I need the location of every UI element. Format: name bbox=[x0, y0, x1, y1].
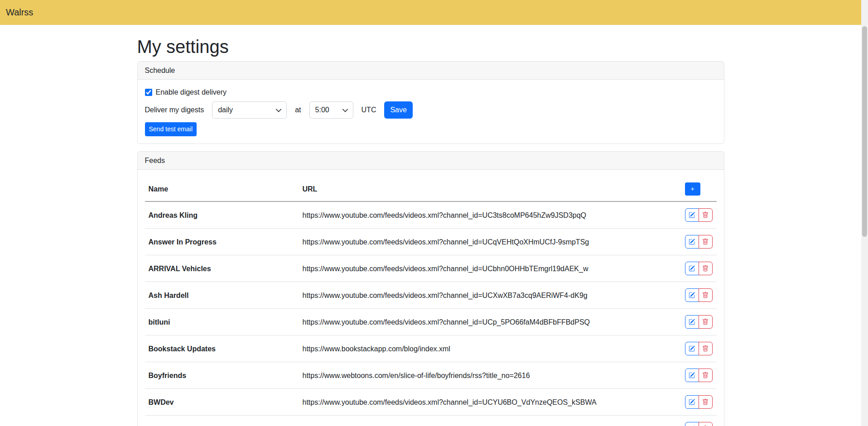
schedule-card: Schedule Enable digest delivery Deliver … bbox=[137, 61, 724, 144]
feed-actions-group bbox=[685, 262, 713, 275]
time-select[interactable]: 5:00 bbox=[309, 101, 353, 119]
edit-feed-button[interactable] bbox=[685, 288, 699, 302]
pencil-square-icon bbox=[689, 212, 695, 218]
frequency-select[interactable]: daily bbox=[212, 101, 287, 119]
feed-actions bbox=[681, 416, 717, 426]
feed-url: https://www.youtube.com/feeds/videos.xml… bbox=[299, 309, 681, 335]
timezone-label: UTC bbox=[362, 106, 376, 114]
edit-feed-button[interactable] bbox=[685, 262, 699, 275]
feed-actions-group bbox=[685, 422, 713, 426]
add-feed-button[interactable]: + bbox=[685, 182, 700, 196]
navbar-brand[interactable]: Walrss bbox=[6, 7, 33, 18]
table-header-row: Name URL + bbox=[145, 177, 717, 201]
send-test-email-button[interactable]: Send test email bbox=[145, 122, 197, 136]
edit-feed-button[interactable] bbox=[685, 342, 699, 355]
trash-icon bbox=[702, 319, 709, 325]
delete-feed-button[interactable] bbox=[699, 422, 713, 426]
table-row: Boyfriends https://www.webtoons.com/en/s… bbox=[145, 362, 717, 389]
feeds-table: Name URL + Andreas Kling https://www.you… bbox=[145, 177, 717, 426]
trash-icon bbox=[702, 372, 709, 378]
delete-feed-button[interactable] bbox=[699, 235, 713, 249]
scrollbar-thumb[interactable] bbox=[862, 26, 867, 237]
edit-feed-button[interactable] bbox=[685, 208, 699, 222]
save-button[interactable]: Save bbox=[384, 101, 412, 119]
feed-name: Andreas Kling bbox=[145, 201, 299, 229]
column-header-name: Name bbox=[145, 177, 299, 201]
delete-feed-button[interactable] bbox=[699, 208, 713, 222]
feed-actions bbox=[681, 309, 717, 335]
feed-actions-group bbox=[685, 208, 713, 222]
table-row: Ash Hardell https://www.youtube.com/feed… bbox=[145, 282, 717, 309]
enable-digest-checkbox[interactable] bbox=[145, 89, 152, 96]
feed-url: https://www.youtube.com/feeds/videos.xml… bbox=[299, 282, 681, 309]
feed-actions bbox=[681, 335, 717, 362]
feed-name: bitluni bbox=[145, 309, 299, 335]
trash-icon bbox=[702, 212, 709, 218]
time-select-value: 5:00 bbox=[315, 106, 329, 114]
trash-icon bbox=[702, 239, 709, 245]
pencil-square-icon bbox=[689, 239, 695, 245]
chevron-down-icon bbox=[275, 107, 282, 115]
feed-name: Boyfriends bbox=[145, 362, 299, 389]
feeds-card-header: Feeds bbox=[138, 152, 724, 170]
feed-name: Ash Hardell bbox=[145, 282, 299, 309]
edit-feed-button[interactable] bbox=[685, 315, 699, 329]
schedule-card-body: Enable digest delivery Deliver my digest… bbox=[138, 80, 724, 144]
chevron-down-icon bbox=[342, 107, 348, 115]
edit-feed-button[interactable] bbox=[685, 235, 699, 249]
schedule-card-header: Schedule bbox=[138, 62, 724, 80]
pencil-square-icon bbox=[689, 372, 695, 378]
trash-icon bbox=[702, 265, 709, 272]
feed-actions bbox=[681, 282, 717, 309]
enable-digest-row: Enable digest delivery bbox=[145, 87, 717, 98]
pencil-square-icon bbox=[689, 292, 695, 298]
pencil-square-icon bbox=[689, 265, 695, 272]
delete-feed-button[interactable] bbox=[699, 262, 713, 275]
digest-schedule-row: Deliver my digests daily at 5:00 bbox=[145, 101, 717, 119]
edit-feed-button[interactable] bbox=[685, 369, 699, 382]
feed-name: ARRIVAL Vehicles bbox=[145, 255, 299, 282]
trash-icon bbox=[702, 345, 709, 352]
feeds-card-body: Name URL + Andreas Kling https://www.you… bbox=[138, 170, 724, 426]
feed-actions bbox=[681, 255, 717, 282]
delete-feed-button[interactable] bbox=[699, 288, 713, 302]
delete-feed-button[interactable] bbox=[699, 342, 713, 355]
feed-actions-group bbox=[685, 315, 713, 329]
feeds-card: Feeds Name URL + Andreas Kling https://w bbox=[137, 151, 724, 426]
column-header-url: URL bbox=[299, 177, 681, 201]
feed-name: Bookstack Updates bbox=[145, 335, 299, 362]
feed-url: https://www.youtube.com/feeds/videos.xml… bbox=[299, 201, 681, 229]
feed-name: Answer In Progress bbox=[145, 229, 299, 255]
trash-icon bbox=[702, 399, 709, 405]
pencil-square-icon bbox=[689, 345, 695, 352]
viewport-scrollbar[interactable] bbox=[861, 0, 868, 426]
delete-feed-button[interactable] bbox=[699, 369, 713, 382]
trash-icon bbox=[702, 292, 709, 298]
feeds-table-body: Andreas Kling https://www.youtube.com/fe… bbox=[145, 201, 717, 426]
edit-feed-button[interactable] bbox=[685, 422, 699, 426]
feed-url: https://www.youtube.com/feeds/videos.xml… bbox=[299, 416, 681, 426]
deliver-digests-label: Deliver my digests bbox=[145, 106, 204, 114]
frequency-select-value: daily bbox=[218, 106, 233, 114]
feed-actions bbox=[681, 201, 717, 229]
pencil-square-icon bbox=[689, 319, 695, 325]
page-title: My settings bbox=[137, 36, 724, 57]
feed-url: https://www.webtoons.com/en/slice-of-lif… bbox=[299, 362, 681, 389]
feed-name: Computerphile bbox=[145, 416, 299, 426]
feed-actions-group bbox=[685, 288, 713, 302]
table-row: Computerphile https://www.youtube.com/fe… bbox=[145, 416, 717, 426]
at-label: at bbox=[295, 106, 301, 114]
edit-feed-button[interactable] bbox=[685, 395, 699, 409]
feed-actions bbox=[681, 229, 717, 255]
feed-actions-group bbox=[685, 369, 713, 382]
table-row: ARRIVAL Vehicles https://www.youtube.com… bbox=[145, 255, 717, 282]
feed-name: BWDev bbox=[145, 389, 299, 416]
feed-actions bbox=[681, 362, 717, 389]
table-row: bitluni https://www.youtube.com/feeds/vi… bbox=[145, 309, 717, 335]
delete-feed-button[interactable] bbox=[699, 395, 713, 409]
pencil-square-icon bbox=[689, 399, 695, 405]
delete-feed-button[interactable] bbox=[699, 315, 713, 329]
feed-url: https://www.bookstackapp.com/blog/index.… bbox=[299, 335, 681, 362]
column-header-actions: + bbox=[681, 177, 717, 201]
page: Walrss My settings Schedule Enable diges… bbox=[0, 0, 861, 426]
